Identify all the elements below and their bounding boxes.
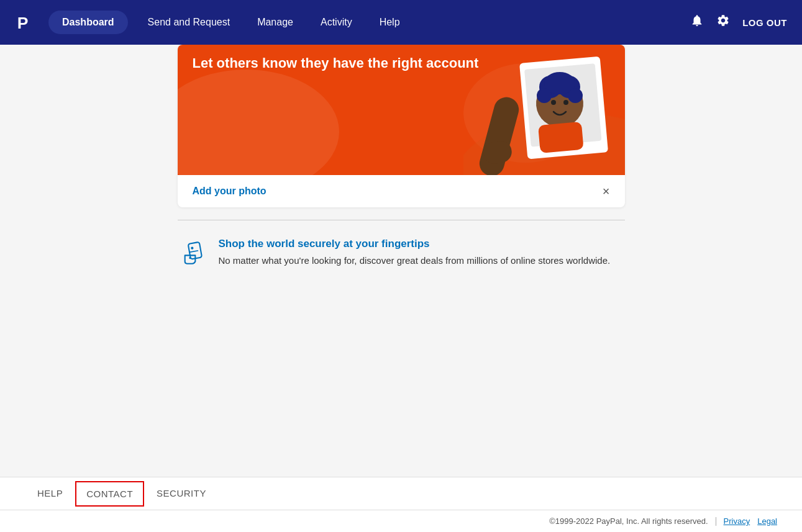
- svg-point-17: [190, 246, 193, 250]
- svg-line-18: [189, 251, 198, 253]
- svg-point-11: [551, 100, 556, 105]
- shop-description: No matter what you're looking for, disco…: [219, 254, 611, 268]
- shop-section: Shop the world securely at your fingerti…: [178, 233, 625, 287]
- privacy-link[interactable]: Privacy: [724, 516, 750, 526]
- security-tab[interactable]: SECURITY: [144, 479, 219, 508]
- gear-icon[interactable]: [716, 14, 730, 31]
- legal-link[interactable]: Legal: [757, 516, 777, 526]
- help-nav[interactable]: Help: [366, 11, 414, 34]
- paypal-logo: P: [15, 11, 37, 34]
- promo-card: Let others know they have the right acco…: [178, 45, 625, 207]
- add-photo-link[interactable]: Add your photo: [193, 186, 267, 197]
- svg-point-12: [563, 100, 568, 105]
- logout-button[interactable]: LOG OUT: [742, 17, 787, 28]
- activity-nav[interactable]: Activity: [307, 11, 366, 34]
- promo-banner-text: Let others know they have the right acco…: [193, 55, 479, 73]
- bell-icon[interactable]: [690, 14, 704, 31]
- footer-bottom: ©1999-2022 PayPal, Inc. All rights reser…: [0, 510, 802, 532]
- footer: HELP CONTACT SECURITY ©1999-2022 PayPal,…: [0, 477, 802, 532]
- section-divider: [178, 220, 625, 220]
- svg-rect-13: [538, 122, 584, 153]
- send-request-nav[interactable]: Send and Request: [134, 11, 244, 34]
- tag-icon: [178, 238, 209, 269]
- promo-illustration: [463, 45, 625, 175]
- main-content: Let others know they have the right acco…: [165, 45, 637, 287]
- svg-point-19: [189, 257, 191, 259]
- shop-title: Shop the world securely at your fingerti…: [219, 238, 611, 250]
- promo-banner: Let others know they have the right acco…: [178, 45, 625, 175]
- svg-point-9: [537, 88, 552, 103]
- svg-point-10: [568, 88, 583, 103]
- contact-tab[interactable]: CONTACT: [75, 481, 144, 507]
- close-promo-button[interactable]: ×: [603, 185, 610, 197]
- promo-footer: Add your photo ×: [178, 175, 625, 207]
- copyright-text: ©1999-2022 PayPal, Inc. All rights reser…: [549, 516, 708, 526]
- svg-text:P: P: [17, 14, 29, 32]
- shop-text: Shop the world securely at your fingerti…: [219, 238, 611, 268]
- help-tab[interactable]: HELP: [25, 479, 75, 508]
- manage-nav[interactable]: Manage: [244, 11, 307, 34]
- navbar: P Dashboard Send and Request Manage Acti…: [0, 0, 802, 45]
- navbar-right: LOG OUT: [690, 14, 787, 31]
- footer-divider: [716, 517, 716, 526]
- footer-tabs: HELP CONTACT SECURITY: [0, 477, 802, 510]
- dashboard-nav[interactable]: Dashboard: [48, 11, 128, 34]
